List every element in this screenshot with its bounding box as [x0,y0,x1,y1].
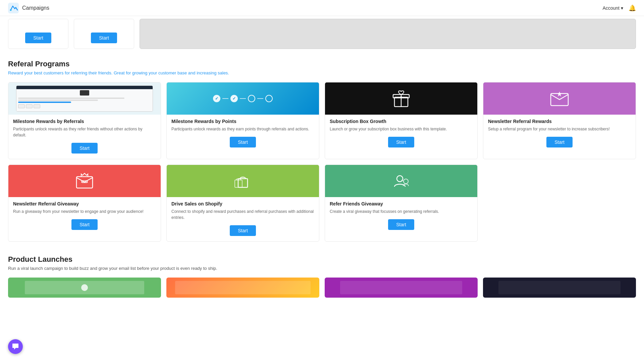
refer-friends-icon [391,172,411,190]
start-button-milestone-points[interactable]: Start [230,137,256,147]
card-footer-refer-friends-giveaway: Start [330,219,473,230]
product-launch-card-4 [483,278,636,298]
card-drive-sales-shopify: Drive Sales on Shopify Connect to shopif… [166,165,319,242]
card-footer-newsletter-referral-rewards: Start [488,137,631,147]
gift-box-icon [392,89,411,108]
card-title-drive-sales-shopify: Drive Sales on Shopify [171,201,314,206]
card-body-milestone-points: Milestone Rewards by Points Participants… [167,115,319,153]
card-footer-milestone-points: Start [171,137,314,147]
card-image-milestone-points: ✓ ✓ [167,82,319,115]
card-title-newsletter-referral-giveaway: Newsletter Referral Giveaway [13,201,156,206]
card-title-milestone-referrals: Milestone Rewards by Referrals [13,119,156,124]
main-content: Start Start Referal Programs Reward your… [0,0,644,324]
card-title-newsletter-referral-rewards: Newsletter Referral Rewards [488,119,631,124]
card-newsletter-referral-rewards: Newsletter Referral Rewards Setup a refe… [483,82,636,159]
header-left: Campaigns [8,3,49,13]
card-title-subscription-box: Subscription Box Growth [330,119,473,124]
svg-point-12 [397,176,403,182]
screenshot-sim [16,85,153,112]
start-button-newsletter-referral-rewards[interactable]: Start [546,137,573,147]
top-start-button-1[interactable]: Start [25,33,51,43]
product-launch-cards [8,278,636,298]
envelope-crown-icon: WINNER [74,172,95,190]
card-image-newsletter-referral-rewards [483,82,636,115]
app-logo-icon [8,3,19,13]
product-launch-card-2 [166,278,319,298]
card-body-newsletter-referral-rewards: Newsletter Referral Rewards Setup a refe… [483,115,636,153]
product-launches-description: Run a viral launch campaign to build buz… [8,266,636,271]
product-launch-card-1 [8,278,161,298]
start-button-subscription-box[interactable]: Start [388,137,414,147]
card-body-subscription-box: Subscription Box Growth Launch or grow y… [325,115,477,153]
circle-empty-2 [265,95,273,102]
notification-bell-icon[interactable]: 🔔 [629,4,636,12]
card-footer-subscription-box: Start [330,137,473,147]
card-desc-subscription-box: Launch or grow your subscription box bus… [330,126,473,132]
chevron-down-icon: ▾ [621,5,623,11]
card-milestone-referrals: Milestone Rewards by Referrals Participa… [8,82,161,159]
card-refer-friends-giveaway: Refer Friends Giveaway Create a viral gi… [325,165,478,242]
circle-line-1 [222,98,228,99]
card-footer-newsletter-referral-giveaway: Start [13,219,156,230]
circle-check-1: ✓ [213,95,220,102]
top-card-wide [140,19,636,49]
start-button-drive-sales-shopify[interactable]: Start [230,225,256,236]
card-body-milestone-referrals: Milestone Rewards by Referrals Participa… [8,115,161,159]
card-body-refer-friends-giveaway: Refer Friends Giveaway Create a viral gi… [325,197,477,235]
referral-cards-row2: WINNER Newsletter Referral Giveaway Run … [8,165,636,242]
empty-cell [483,165,636,242]
card-footer-milestone-referrals: Start [13,143,156,154]
card-title-refer-friends-giveaway: Refer Friends Giveaway [330,201,473,206]
card-desc-refer-friends-giveaway: Create a viral giveaway that focusses on… [330,208,473,215]
referral-cards-row1: Milestone Rewards by Referrals Participa… [8,82,636,159]
svg-rect-0 [8,3,19,13]
card-desc-drive-sales-shopify: Connect to shopify and reward purchases … [171,208,314,221]
envelope-star-icon [549,90,570,107]
circle-line-3 [257,98,263,99]
card-newsletter-referral-giveaway: WINNER Newsletter Referral Giveaway Run … [8,165,161,242]
start-button-milestone-referrals[interactable]: Start [71,143,98,154]
top-card-1: Start [8,19,68,49]
top-card-2: Start [74,19,134,49]
circle-line-2 [240,98,246,99]
app-header: Campaigns Account ▾ 🔔 [0,0,644,16]
card-image-subscription-box [325,82,477,115]
card-title-milestone-points: Milestone Rewards by Points [171,119,314,124]
points-circles-icon: ✓ ✓ [213,95,273,102]
svg-point-13 [404,179,408,184]
card-milestone-points: ✓ ✓ Milestone Rewards by Points Particip… [166,82,319,159]
circle-empty-1 [248,95,255,102]
header-right: Account ▾ 🔔 [602,4,636,12]
start-button-refer-friends-giveaway[interactable]: Start [388,219,414,230]
top-start-button-2[interactable]: Start [91,33,117,43]
top-cards-row: Start Start [8,19,636,49]
card-body-drive-sales-shopify: Drive Sales on Shopify Connect to shopif… [167,197,319,241]
account-label: Account [602,5,620,11]
description-link-text[interactable]: increasing sales. [197,70,229,75]
screenshot-body [16,89,153,111]
svg-point-1 [10,9,12,11]
screenshot-header [16,86,153,89]
app-title: Campaigns [22,5,49,11]
card-desc-milestone-points: Participants unlock rewards as they earn… [171,126,314,132]
referral-section-description: Reward your best customers for referring… [8,70,636,75]
card-desc-newsletter-referral-rewards: Setup a referral program for your newsle… [488,126,631,132]
product-launches-section: Product Launches Run a viral launch camp… [8,255,636,298]
product-launches-title: Product Launches [8,255,636,264]
card-subscription-box: Subscription Box Growth Launch or grow y… [325,82,478,159]
referral-section-title: Referal Programs [8,60,636,68]
referral-programs-section: Referal Programs Reward your best custom… [8,60,636,242]
start-button-newsletter-referral-giveaway[interactable]: Start [71,219,98,230]
card-footer-drive-sales-shopify: Start [171,225,314,236]
card-image-milestone-referrals [8,82,161,115]
card-desc-milestone-referrals: Participants unlock rewards as they refe… [13,126,156,138]
product-launch-card-3 [325,278,478,298]
description-plain-text: Reward your best customers for referring… [8,70,197,75]
card-body-newsletter-referral-giveaway: Newsletter Referral Giveaway Run a givea… [8,197,161,235]
svg-text:WINNER: WINNER [81,181,88,183]
account-button[interactable]: Account ▾ [602,5,623,11]
card-image-newsletter-referral-giveaway: WINNER [8,165,161,197]
card-desc-newsletter-referral-giveaway: Run a giveaway from your newsletter to e… [13,208,156,215]
card-image-refer-friends-giveaway [325,165,477,197]
card-image-drive-sales-shopify [167,165,319,197]
